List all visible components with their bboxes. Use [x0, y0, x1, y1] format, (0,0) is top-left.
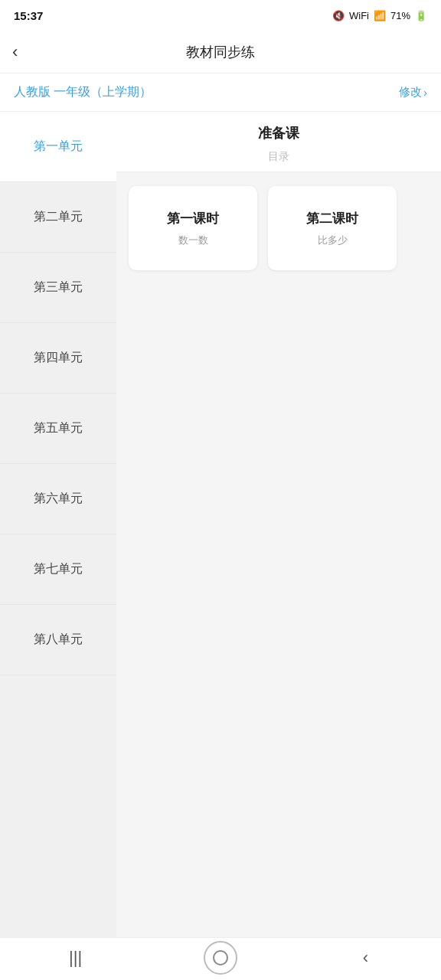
lesson-card-1[interactable]: 第一课时 数一数	[129, 186, 257, 270]
lessons-grid: 第一课时 数一数 第二课时 比多少	[116, 172, 441, 284]
battery-text: 71%	[390, 10, 410, 21]
lesson-card-sub-2: 比多少	[318, 234, 348, 247]
sidebar-item-unit8[interactable]: 第八单元	[0, 605, 116, 675]
sidebar-item-label: 第七单元	[34, 561, 83, 577]
chevron-right-icon: ›	[423, 86, 427, 99]
content-title: 准备课	[132, 124, 426, 150]
lesson-card-sub-1: 数一数	[178, 234, 208, 247]
sidebar-item-label: 第六单元	[34, 491, 83, 507]
header: ‹ 教材同步练	[0, 31, 441, 74]
home-icon	[213, 950, 228, 965]
status-bar: 15:37 🔇 WiFi 📶 71% 🔋	[0, 0, 441, 31]
lesson-card-title-2: 第二课时	[306, 210, 358, 227]
status-icons: 🔇 WiFi 📶 71% 🔋	[332, 10, 427, 21]
content-subtitle: 目录	[132, 150, 426, 172]
edition-row: 人教版 一年级（上学期） 修改 ›	[0, 74, 441, 112]
back-button[interactable]: ‹	[12, 44, 18, 60]
sidebar-item-label: 第一单元	[34, 139, 83, 155]
sidebar-item-unit5[interactable]: 第五单元	[0, 394, 116, 464]
sidebar-item-label: 第四单元	[34, 350, 83, 366]
wifi-icon: WiFi	[349, 10, 369, 21]
home-button[interactable]	[204, 941, 237, 975]
signal-icon: 📶	[374, 10, 386, 21]
sidebar-item-unit6[interactable]: 第六单元	[0, 464, 116, 534]
sidebar: 第一单元 第二单元 第三单元 第四单元 第五单元 第六单元 第七单元 第八单元	[0, 112, 116, 937]
sidebar-item-label: 第五单元	[34, 420, 83, 436]
sidebar-item-unit2[interactable]: 第二单元	[0, 182, 116, 253]
sidebar-item-unit1[interactable]: 第一单元	[0, 112, 116, 182]
page-title: 教材同步练	[186, 43, 255, 61]
sidebar-item-label: 第三单元	[34, 279, 83, 296]
nav-back-button[interactable]: ‹	[342, 948, 388, 968]
sidebar-item-label: 第二单元	[34, 209, 83, 225]
mute-icon: 🔇	[332, 10, 345, 21]
lesson-card-title-1: 第一课时	[167, 210, 219, 227]
modify-label: 修改	[399, 85, 422, 100]
battery-icon: 🔋	[415, 10, 427, 21]
lesson-card-2[interactable]: 第二课时 比多少	[268, 186, 397, 270]
bottom-nav: ||| ‹	[0, 937, 441, 980]
content-panel: 准备课 目录 第一课时 数一数 第二课时 比多少	[116, 112, 441, 937]
sidebar-item-unit4[interactable]: 第四单元	[0, 323, 116, 394]
sidebar-item-unit3[interactable]: 第三单元	[0, 253, 116, 323]
sidebar-item-unit7[interactable]: 第七单元	[0, 534, 116, 605]
edition-text: 人教版 一年级（上学期）	[14, 84, 152, 100]
status-time: 15:37	[14, 9, 43, 22]
modify-button[interactable]: 修改 ›	[399, 85, 427, 100]
content-header: 准备课 目录	[116, 112, 441, 172]
recent-apps-button[interactable]: |||	[53, 948, 99, 968]
main-content: 第一单元 第二单元 第三单元 第四单元 第五单元 第六单元 第七单元 第八单元 …	[0, 112, 441, 937]
sidebar-item-label: 第八单元	[34, 632, 83, 648]
